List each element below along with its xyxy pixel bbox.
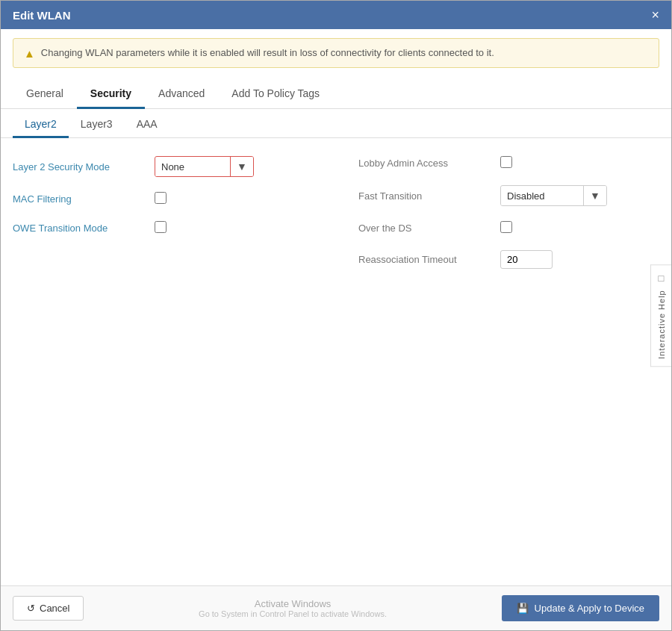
- warning-text: Changing WLAN parameters while it is ena…: [41, 46, 494, 60]
- fast-transition-select-wrapper: Disabled Enabled Adaptive ▼: [500, 185, 607, 206]
- main-tabs: General Security Advanced Add To Policy …: [1, 80, 671, 109]
- layer2-security-mode-row: Layer 2 Security Mode None WPA2 WPA3 WEP…: [13, 156, 314, 177]
- footer: ↺ Cancel Activate Windows Go to System i…: [1, 585, 671, 630]
- sub-tabs: Layer2 Layer3 AAA: [1, 112, 671, 138]
- sub-tab-layer2[interactable]: Layer2: [13, 112, 69, 138]
- cancel-label: Cancel: [40, 603, 69, 614]
- tab-advanced[interactable]: Advanced: [145, 80, 218, 109]
- over-the-ds-value: [500, 221, 512, 235]
- tab-policy-tags[interactable]: Add To Policy Tags: [218, 80, 333, 109]
- layer2-security-mode-select-wrapper: None WPA2 WPA3 WEP ▼: [155, 156, 254, 177]
- help-icon: □: [659, 273, 665, 284]
- sub-tab-aaa[interactable]: AAA: [125, 112, 169, 138]
- content-area: Layer 2 Security Mode None WPA2 WPA3 WEP…: [1, 138, 671, 585]
- mac-filtering-value: [155, 192, 167, 206]
- interactive-help-label: Interactive Help: [657, 290, 666, 358]
- over-the-ds-checkbox[interactable]: [500, 221, 512, 233]
- owe-transition-value: [155, 221, 167, 235]
- mac-filtering-checkbox[interactable]: [155, 192, 167, 204]
- owe-transition-label: OWE Transition Mode: [13, 223, 147, 234]
- edit-wlan-modal: Edit WLAN × ▲ Changing WLAN parameters w…: [0, 0, 672, 631]
- warning-banner: ▲ Changing WLAN parameters while it is e…: [13, 38, 659, 68]
- over-the-ds-row: Over the DS: [358, 221, 659, 235]
- cancel-button[interactable]: ↺ Cancel: [13, 596, 84, 621]
- fast-transition-arrow-icon: ▼: [583, 186, 606, 205]
- close-button[interactable]: ×: [651, 8, 659, 22]
- modal-title: Edit WLAN: [13, 9, 70, 22]
- update-label: Update & Apply to Device: [535, 603, 644, 614]
- save-icon: 💾: [517, 603, 529, 614]
- fast-transition-value: Disabled Enabled Adaptive ▼: [500, 185, 607, 206]
- tab-general[interactable]: General: [13, 80, 77, 109]
- modal-header: Edit WLAN ×: [1, 1, 671, 29]
- layer2-security-mode-label: Layer 2 Security Mode: [13, 161, 147, 172]
- sub-tab-layer3[interactable]: Layer3: [69, 112, 125, 138]
- warning-icon: ▲: [24, 47, 35, 60]
- over-the-ds-label: Over the DS: [358, 223, 493, 234]
- lobby-admin-access-label: Lobby Admin Access: [358, 158, 493, 169]
- tab-security[interactable]: Security: [77, 80, 145, 109]
- layer2-security-mode-value: None WPA2 WPA3 WEP ▼: [155, 156, 254, 177]
- mac-filtering-label: MAC Filtering: [13, 193, 147, 205]
- owe-transition-row: OWE Transition Mode: [13, 221, 314, 235]
- reassociation-timeout-input[interactable]: [500, 250, 553, 269]
- cancel-icon: ↺: [27, 603, 35, 614]
- lobby-admin-access-value: [500, 156, 512, 170]
- reassociation-timeout-row: Reassociation Timeout: [358, 250, 659, 269]
- fast-transition-label: Fast Transition: [358, 190, 493, 202]
- fast-transition-row: Fast Transition Disabled Enabled Adaptiv…: [358, 185, 659, 206]
- update-apply-button[interactable]: 💾 Update & Apply to Device: [502, 595, 659, 621]
- left-panel: Layer 2 Security Mode None WPA2 WPA3 WEP…: [13, 156, 336, 568]
- reassociation-timeout-value: [500, 250, 553, 269]
- fast-transition-select[interactable]: Disabled Enabled Adaptive: [501, 187, 583, 205]
- lobby-admin-access-row: Lobby Admin Access: [358, 156, 659, 170]
- activate-windows-text: Activate Windows Go to System in Control…: [84, 598, 501, 618]
- interactive-help-panel[interactable]: □ Interactive Help: [650, 264, 671, 367]
- layer2-security-mode-select[interactable]: None WPA2 WPA3 WEP: [155, 158, 230, 176]
- select-arrow-icon: ▼: [230, 157, 253, 176]
- reassociation-timeout-label: Reassociation Timeout: [358, 254, 493, 265]
- right-panel: Lobby Admin Access Fast Transition Disab…: [336, 156, 659, 568]
- mac-filtering-row: MAC Filtering: [13, 192, 314, 206]
- lobby-admin-access-checkbox[interactable]: [500, 156, 512, 168]
- owe-transition-checkbox[interactable]: [155, 221, 167, 233]
